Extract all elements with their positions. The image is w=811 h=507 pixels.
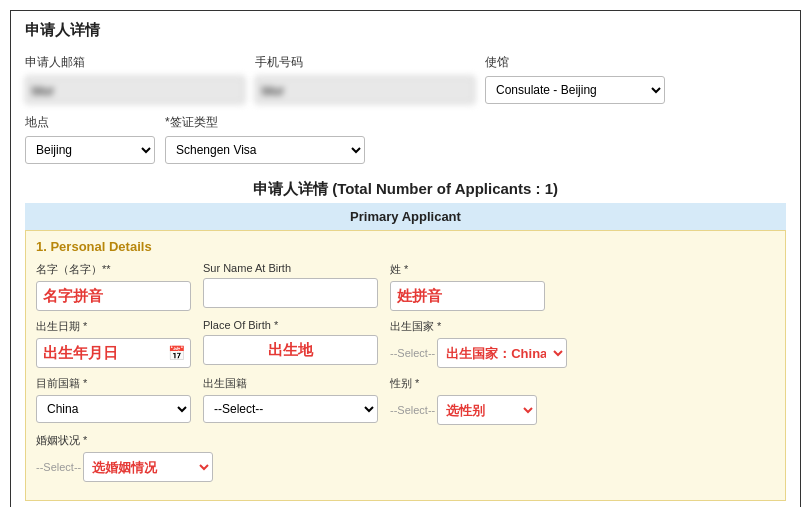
location-select[interactable]: Beijing	[25, 136, 155, 164]
birth-country-wrapper: --Select-- 出生国家：China	[390, 338, 567, 368]
surname-birth-field: Sur Name At Birth	[203, 262, 378, 308]
gender-wrapper: --Select-- 选性别	[390, 395, 537, 425]
personal-details-header: 1. Personal Details	[36, 239, 775, 254]
birth-country-field: 出生国家 * --Select-- 出生国家：China	[390, 319, 567, 368]
page-title: 申请人详情	[25, 21, 786, 40]
surname-field: 姓 * 姓拼音	[390, 262, 545, 311]
name-input[interactable]: 名字拼音	[36, 281, 191, 311]
surname-label: 姓 *	[390, 262, 545, 277]
visa-type-field-group: *签证类型 Schengen Visa	[165, 114, 365, 164]
location-label: 地点	[25, 114, 155, 131]
place-birth-input[interactable]: 出生地	[203, 335, 378, 365]
birth-nationality-label: 出生国籍	[203, 376, 378, 391]
place-birth-label: Place Of Birth *	[203, 319, 378, 331]
form-row-4: 婚姻状况 * --Select-- 选婚姻情况	[36, 433, 775, 482]
surname-birth-label: Sur Name At Birth	[203, 262, 378, 274]
section-title: 申请人详情 (Total Number of Applicants : 1)	[25, 176, 786, 203]
birth-nationality-field: 出生国籍 --Select--	[203, 376, 378, 423]
name-label: 名字（名字）**	[36, 262, 191, 277]
dob-field: 出生日期 * 出生年月日 📅	[36, 319, 191, 368]
personal-details-section: 1. Personal Details 名字（名字）** 名字拼音 Sur Na…	[25, 230, 786, 501]
name-field: 名字（名字）** 名字拼音	[36, 262, 191, 311]
form-row-1: 名字（名字）** 名字拼音 Sur Name At Birth 姓 * 姓拼音	[36, 262, 775, 311]
phone-input[interactable]	[255, 76, 475, 104]
primary-applicant-bar: Primary Applicant	[25, 203, 786, 230]
phone-field-group: 手机号码	[255, 54, 475, 104]
email-input[interactable]	[25, 76, 245, 104]
current-nationality-label: 目前国籍 *	[36, 376, 191, 391]
surname-birth-input[interactable]	[203, 278, 378, 308]
birth-country-select[interactable]: 出生国家：China	[437, 338, 567, 368]
top-fields-row2: 地点 Beijing *签证类型 Schengen Visa	[25, 114, 786, 164]
dob-input[interactable]: 出生年月日	[36, 338, 191, 368]
dob-wrapper: 出生年月日 📅	[36, 338, 191, 368]
dob-label: 出生日期 *	[36, 319, 191, 334]
current-nationality-field: 目前国籍 * China	[36, 376, 191, 423]
form-row-2: 出生日期 * 出生年月日 📅 Place Of Birth * 出生地 出生国家…	[36, 319, 775, 368]
gender-select[interactable]: 选性别	[437, 395, 537, 425]
birth-country-prefix: --Select--	[390, 347, 435, 359]
surname-input[interactable]: 姓拼音	[390, 281, 545, 311]
gender-prefix: --Select--	[390, 404, 435, 416]
phone-label: 手机号码	[255, 54, 475, 71]
gender-label: 性别 *	[390, 376, 537, 391]
place-birth-field: Place Of Birth * 出生地	[203, 319, 378, 365]
current-nationality-select[interactable]: China	[36, 395, 191, 423]
email-label: 申请人邮箱	[25, 54, 245, 71]
birth-nationality-select[interactable]: --Select--	[203, 395, 378, 423]
visa-type-select[interactable]: Schengen Visa	[165, 136, 365, 164]
consulate-field-group: 使馆 Consulate - Beijing	[485, 54, 665, 104]
main-container: 申请人详情 申请人邮箱 手机号码 使馆 Consulate - Beijing …	[10, 10, 801, 507]
marital-wrapper: --Select-- 选婚姻情况	[36, 452, 213, 482]
birth-country-label: 出生国家 *	[390, 319, 567, 334]
marital-select[interactable]: 选婚姻情况	[83, 452, 213, 482]
location-field-group: 地点 Beijing	[25, 114, 155, 164]
consulate-select[interactable]: Consulate - Beijing	[485, 76, 665, 104]
gender-field: 性别 * --Select-- 选性别	[390, 376, 537, 425]
marital-prefix: --Select--	[36, 461, 81, 473]
form-row-3: 目前国籍 * China 出生国籍 --Select-- 性别 * --Sele…	[36, 376, 775, 425]
marital-label: 婚姻状况 *	[36, 433, 213, 448]
consulate-label: 使馆	[485, 54, 665, 71]
email-field-group: 申请人邮箱	[25, 54, 245, 104]
visa-type-label: *签证类型	[165, 114, 365, 131]
marital-field: 婚姻状况 * --Select-- 选婚姻情况	[36, 433, 213, 482]
top-fields-row1: 申请人邮箱 手机号码 使馆 Consulate - Beijing	[25, 54, 786, 104]
